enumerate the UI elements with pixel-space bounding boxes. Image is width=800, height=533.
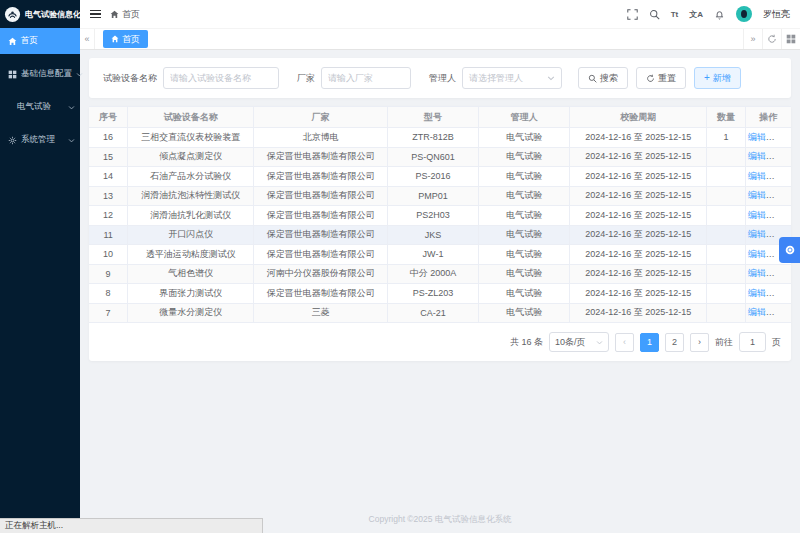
chevron-down-icon	[68, 137, 75, 144]
avatar[interactable]	[736, 6, 752, 22]
column-header: 管理人	[479, 107, 570, 128]
chevron-down-icon	[547, 74, 555, 82]
edit-link[interactable]: 编辑	[748, 210, 766, 220]
column-header: 数量	[707, 107, 746, 128]
cell-name: 界面张力测试仪	[128, 284, 254, 304]
edit-link[interactable]: 编辑	[748, 132, 766, 142]
font-size-icon[interactable]: Tt	[671, 10, 679, 19]
home-icon	[8, 37, 17, 46]
fullscreen-icon[interactable]	[627, 9, 638, 20]
username[interactable]: 罗恒亮	[763, 8, 790, 21]
top-header: 首页 Tt 文A 罗恒亮	[80, 0, 800, 28]
chevron-down-icon	[76, 71, 83, 78]
cell-manager: 电气试验	[479, 128, 570, 148]
chevron-double-right-icon[interactable]: »	[743, 29, 762, 49]
cell-period: 2024-12-16 至 2025-12-15	[570, 128, 707, 148]
header-actions: Tt 文A 罗恒亮	[627, 6, 790, 22]
cell-actions: 编辑删除	[745, 186, 791, 206]
column-header: 型号	[387, 107, 478, 128]
device-name-input[interactable]	[163, 67, 279, 89]
cell-model: PS-QN601	[387, 147, 478, 167]
table-row: 16三相交直流仪表校验装置北京博电ZTR-812B电气试验2024-12-16 …	[89, 128, 791, 148]
add-button[interactable]: + 新增	[694, 67, 741, 89]
edit-link[interactable]: 编辑	[748, 249, 766, 259]
cell-qty	[707, 245, 746, 265]
cell-vendor: 河南中分仪器股份有限公司	[254, 264, 387, 284]
cell-qty	[707, 264, 746, 284]
sidebar-item-1[interactable]: 基础信息配置	[0, 61, 80, 87]
sidebar-item-3[interactable]: 系统管理	[0, 127, 80, 153]
goto-page-input[interactable]	[739, 332, 766, 352]
cell-manager: 电气试验	[479, 284, 570, 304]
cell-name: 开口闪点仪	[128, 225, 254, 245]
cell-qty	[707, 167, 746, 187]
cell-period: 2024-12-16 至 2025-12-15	[570, 186, 707, 206]
cell-model: 中分 2000A	[387, 264, 478, 284]
edit-link[interactable]: 编辑	[748, 229, 766, 239]
manager-select[interactable]: 请选择管理人	[462, 67, 562, 89]
reset-button[interactable]: 重置	[636, 67, 686, 89]
translate-icon[interactable]: 文A	[689, 9, 703, 20]
table-row: 7微量水分测定仪三菱CA-21电气试验2024-12-16 至 2025-12-…	[89, 303, 791, 323]
app-title: 电气试验信息化	[25, 9, 81, 20]
cell-no: 11	[89, 225, 128, 245]
cell-manager: 电气试验	[479, 225, 570, 245]
column-header: 序号	[89, 107, 128, 128]
pagination: 共 16 条 10条/页 ‹ 12 › 前往 页	[89, 323, 791, 361]
page-button-2[interactable]: 2	[665, 333, 684, 352]
sidebar-item-label: 系统管理	[21, 134, 55, 146]
prev-page-button[interactable]: ‹	[615, 333, 634, 352]
main-area: 首页 Tt 文A 罗恒亮	[80, 0, 800, 533]
hamburger-menu-icon[interactable]	[90, 10, 101, 19]
chevron-down-icon	[68, 104, 75, 111]
content-area: 试验设备名称 厂家 管理人 请选择管理人 搜索	[80, 50, 800, 533]
tab-label: 首页	[122, 33, 140, 46]
cell-manager: 电气试验	[479, 303, 570, 323]
app-window: 电气试验信息化 首页基础信息配置电气试验系统管理 首页	[0, 0, 800, 533]
page-size-select[interactable]: 10条/页	[549, 332, 609, 352]
next-page-button[interactable]: ›	[690, 333, 709, 352]
table-row: 15倾点凝点测定仪保定晋世电器制造有限公司PS-QN601电气试验2024-12…	[89, 147, 791, 167]
cell-actions: 编辑删除	[745, 284, 791, 304]
filter-bar: 试验设备名称 厂家 管理人 请选择管理人 搜索	[89, 58, 791, 98]
cell-vendor: 保定晋世电器制造有限公司	[254, 284, 387, 304]
cell-model: PS2H03	[387, 206, 478, 226]
breadcrumb[interactable]: 首页	[110, 8, 140, 21]
table-row: 8界面张力测试仪保定晋世电器制造有限公司PS-ZL203电气试验2024-12-…	[89, 284, 791, 304]
bell-icon[interactable]	[714, 9, 725, 20]
edit-link[interactable]: 编辑	[748, 151, 766, 161]
cell-period: 2024-12-16 至 2025-12-15	[570, 167, 707, 187]
floating-settings-button[interactable]	[779, 237, 800, 263]
search-button[interactable]: 搜索	[578, 67, 628, 89]
edit-link[interactable]: 编辑	[748, 268, 766, 278]
manager-select-placeholder: 请选择管理人	[469, 72, 523, 85]
search-icon[interactable]	[649, 9, 660, 20]
edit-link[interactable]: 编辑	[748, 171, 766, 181]
page-button-1[interactable]: 1	[640, 333, 659, 352]
sidebar-item-0[interactable]: 首页	[0, 28, 80, 54]
edit-link[interactable]: 编辑	[748, 288, 766, 298]
refresh-icon[interactable]	[762, 29, 781, 49]
edit-link[interactable]: 编辑	[748, 307, 766, 317]
vendor-input[interactable]	[321, 67, 411, 89]
grid-icon	[8, 70, 17, 79]
cell-actions: 编辑删除	[745, 264, 791, 284]
goto-suffix: 页	[772, 336, 781, 349]
cell-model: JKS	[387, 225, 478, 245]
cell-vendor: 保定晋世电器制造有限公司	[254, 167, 387, 187]
table-row: 14石油产品水分试验仪保定晋世电器制造有限公司PS-2016电气试验2024-1…	[89, 167, 791, 187]
cell-no: 14	[89, 167, 128, 187]
cell-vendor: 保定晋世电器制造有限公司	[254, 225, 387, 245]
cell-no: 7	[89, 303, 128, 323]
cell-name: 石油产品水分试验仪	[128, 167, 254, 187]
tab-home[interactable]: 首页	[103, 30, 148, 48]
sidebar-item-2[interactable]: 电气试验	[0, 94, 80, 120]
page-size-value: 10条/页	[555, 336, 586, 349]
chevron-double-left-icon[interactable]: «	[80, 29, 95, 49]
cell-qty	[707, 284, 746, 304]
cell-name: 气相色谱仪	[128, 264, 254, 284]
layout-grid-icon[interactable]	[781, 29, 800, 49]
cell-vendor: 保定晋世电器制造有限公司	[254, 206, 387, 226]
cell-no: 9	[89, 264, 128, 284]
edit-link[interactable]: 编辑	[748, 190, 766, 200]
